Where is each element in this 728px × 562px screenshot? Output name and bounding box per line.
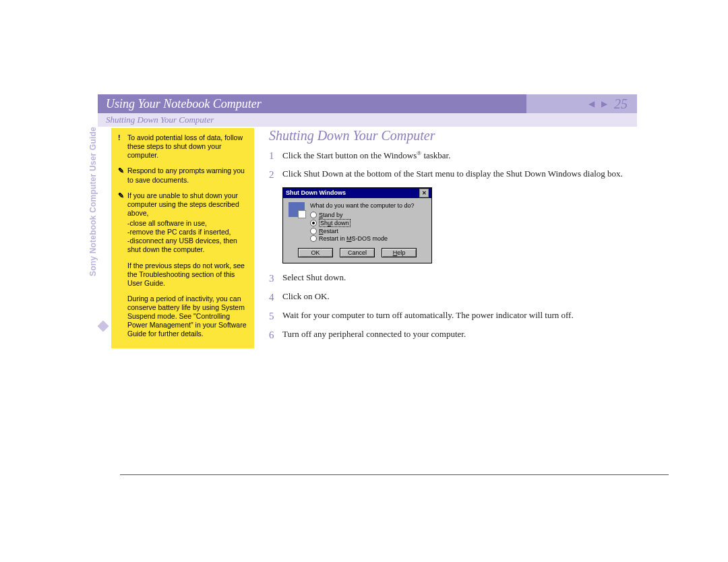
- note-plain: During a period of inactivity, you can c…: [127, 294, 247, 339]
- step-text: Select Shut down.: [282, 272, 637, 285]
- dialog-title-text: Shut Down Windows: [286, 189, 346, 196]
- dialog-titlebar: Shut Down Windows ✕: [283, 188, 431, 198]
- step-text: Wait for your computer to turn off autom…: [282, 309, 637, 323]
- step-text: Click the Start button on the Windows® t…: [282, 149, 637, 162]
- step-item: 5Wait for your computer to turn off auto…: [269, 309, 637, 323]
- sidebar-notes: !To avoid potential loss of data, follow…: [111, 128, 254, 348]
- radio-restart[interactable]: Restart: [310, 228, 426, 235]
- step-number: 2: [269, 168, 282, 181]
- footer-divider: [120, 474, 669, 475]
- main-content: Shutting Down Your Computer 1Click the S…: [254, 127, 637, 348]
- step-text: Click Shut Down at the bottom of the Sta…: [282, 168, 637, 181]
- step-number: 5: [269, 309, 282, 323]
- radio-restart-dos[interactable]: Restart in MS-DOS mode: [310, 235, 426, 242]
- page-number: 25: [614, 96, 628, 112]
- step-number: 6: [269, 328, 282, 342]
- pencil-icon: ✎: [118, 191, 127, 218]
- radio-shutdown[interactable]: Shut down: [310, 219, 426, 227]
- guide-vertical-label: Sony Notebook Computer User Guide: [88, 127, 98, 276]
- dialog-question: What do you want the computer to do?: [310, 202, 426, 209]
- page-nav: ◀ ▶ 25: [526, 94, 637, 113]
- subsection-bar: Shutting Down Your Computer: [98, 113, 637, 127]
- note-sub: -close all software in use, -remove the …: [127, 219, 247, 255]
- note-tip: ✎Respond to any prompts warning you to s…: [118, 166, 247, 184]
- next-page-arrow[interactable]: ▶: [601, 99, 607, 109]
- step-number: 4: [269, 290, 282, 304]
- step-number: 1: [269, 149, 282, 162]
- step-item: 2Click Shut Down at the bottom of the St…: [269, 168, 637, 181]
- help-button[interactable]: Help: [382, 248, 417, 257]
- note-plain: If the previous steps do not work, see t…: [127, 261, 247, 288]
- step-number: 3: [269, 272, 282, 285]
- manual-page: Using Your Notebook Computer ◀ ▶ 25 Shut…: [98, 94, 637, 348]
- chapter-header: Using Your Notebook Computer ◀ ▶ 25: [98, 94, 637, 113]
- section-heading: Shutting Down Your Computer: [269, 128, 637, 144]
- ok-button[interactable]: OK: [298, 248, 333, 257]
- step-item: 6Turn off any peripheral connected to yo…: [269, 328, 637, 342]
- prev-page-arrow[interactable]: ◀: [588, 99, 595, 109]
- step-text: Turn off any peripheral connected to you…: [282, 328, 637, 342]
- note-warning: !To avoid potential loss of data, follow…: [118, 133, 247, 160]
- cancel-button[interactable]: Cancel: [340, 248, 375, 257]
- note-tip: ✎If you are unable to shut down your com…: [118, 191, 247, 218]
- chapter-title: Using Your Notebook Computer: [98, 94, 526, 113]
- shutdown-dialog-screenshot: Shut Down Windows ✕ What do you want the…: [282, 187, 432, 263]
- step-item: 3Select Shut down.: [269, 272, 637, 285]
- pencil-icon: ✎: [118, 166, 127, 184]
- warning-icon: !: [118, 133, 127, 160]
- step-item: 1Click the Start button on the Windows® …: [269, 149, 637, 162]
- step-text: Click on OK.: [282, 290, 637, 304]
- shutdown-icon: [289, 202, 305, 217]
- radio-standby[interactable]: Stand by: [310, 212, 426, 218]
- close-icon[interactable]: ✕: [419, 189, 429, 197]
- step-item: 4Click on OK.: [269, 290, 637, 304]
